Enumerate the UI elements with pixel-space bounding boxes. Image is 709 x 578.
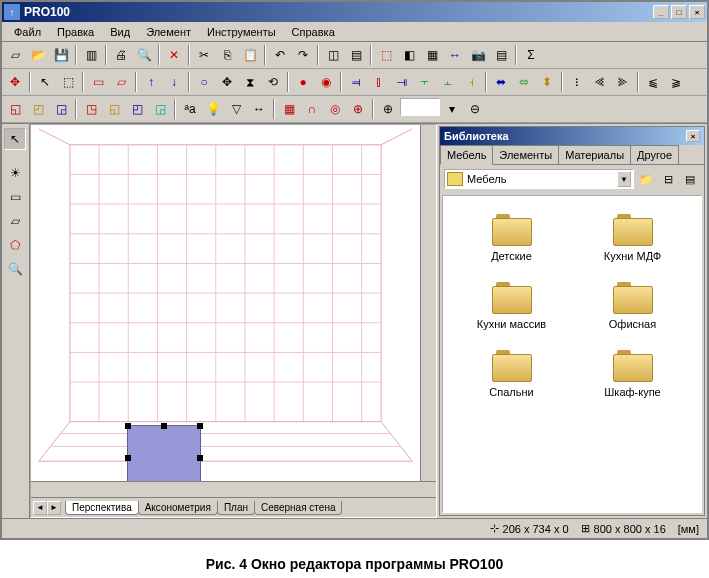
folder-item[interactable]: Офисная [572,282,693,330]
export-icon[interactable]: ▥ [80,44,102,66]
arrow-icon[interactable]: ↖ [34,71,56,93]
cube4-icon[interactable]: ◳ [80,98,102,120]
tab-axonometry[interactable]: Аксонометрия [138,501,218,515]
filter-icon[interactable]: ▽ [225,98,247,120]
library-close-icon[interactable]: × [686,130,700,142]
delete-icon[interactable]: ✕ [163,44,185,66]
rect-icon[interactable]: ▭ [87,71,109,93]
redo-icon[interactable]: ↷ [292,44,314,66]
view-details-icon[interactable]: ▤ [680,169,700,189]
target1-icon[interactable]: ◎ [324,98,346,120]
paste-icon[interactable]: 📋 [239,44,261,66]
sigma-icon[interactable]: Σ [520,44,542,66]
lib-tab-furniture[interactable]: Мебель [440,145,493,165]
lib-tab-materials[interactable]: Материалы [558,145,631,164]
new-icon[interactable]: ▱ [4,44,26,66]
layers-icon[interactable]: ▦ [421,44,443,66]
select-rect-icon[interactable]: ⬚ [57,71,79,93]
dist-center-icon[interactable]: ⬄ [513,71,535,93]
close-button[interactable]: × [689,5,705,19]
print-preview-icon[interactable]: 🔍 [133,44,155,66]
grid-icon[interactable]: ▦ [278,98,300,120]
menu-file[interactable]: Файл [6,24,49,40]
cube2-icon[interactable]: ◰ [27,98,49,120]
zoom-out-icon[interactable]: ⊖ [464,98,486,120]
folder-item[interactable]: Кухни массив [451,282,572,330]
mirror-icon[interactable]: ⧗ [239,71,261,93]
library-path-combo[interactable]: Мебель ▼ [444,169,634,189]
library-icon[interactable]: ◧ [398,44,420,66]
tab-plan[interactable]: План [217,501,255,515]
rect-tool-icon[interactable]: ▭ [4,186,26,208]
pointer-tool-icon[interactable]: ↖ [4,128,26,150]
circle-icon[interactable]: ○ [193,71,215,93]
3d-viewport[interactable] [31,125,420,481]
dist-v-icon[interactable]: ⬍ [536,71,558,93]
dist-h-icon[interactable]: ⬌ [490,71,512,93]
folder-item[interactable]: Шкаф-купе [572,350,693,398]
menu-help[interactable]: Справка [284,24,343,40]
group4-icon[interactable]: ⫹ [642,71,664,93]
move-icon[interactable]: ✥ [216,71,238,93]
folder-item[interactable]: Кухни МДФ [572,214,693,262]
save-icon[interactable]: 💾 [50,44,72,66]
align-bottom-icon[interactable]: ⫞ [460,71,482,93]
dim-icon[interactable]: ↔ [248,98,270,120]
rotate-icon[interactable]: ⟲ [262,71,284,93]
dimensions-icon[interactable]: ◫ [322,44,344,66]
poly-tool-icon[interactable]: ▱ [4,210,26,232]
open-icon[interactable]: 📂 [27,44,49,66]
group1-icon[interactable]: ⫶ [566,71,588,93]
undo-icon[interactable]: ↶ [269,44,291,66]
lib-tab-other[interactable]: Другое [630,145,679,164]
lib-tab-elements[interactable]: Элементы [492,145,559,164]
tab-north-wall[interactable]: Северная стена [254,501,343,515]
copy-icon[interactable]: ⎘ [216,44,238,66]
red-ring-icon[interactable]: ◉ [315,71,337,93]
report-icon[interactable]: ▤ [490,44,512,66]
zoom-tool-icon[interactable]: 🔍 [4,258,26,280]
cube7-icon[interactable]: ◲ [149,98,171,120]
target2-icon[interactable]: ⊕ [347,98,369,120]
light-icon[interactable]: 💡 [202,98,224,120]
cube6-icon[interactable]: ◰ [126,98,148,120]
camera-icon[interactable]: 📷 [467,44,489,66]
selected-element[interactable] [127,425,201,481]
align-left-icon[interactable]: ⫤ [345,71,367,93]
align-center-h-icon[interactable]: ⫿ [368,71,390,93]
up-icon[interactable]: ↑ [140,71,162,93]
group2-icon[interactable]: ⫷ [589,71,611,93]
horizontal-scrollbar[interactable] [31,481,436,497]
menu-view[interactable]: Вид [102,24,138,40]
menu-edit[interactable]: Правка [49,24,102,40]
menu-tools[interactable]: Инструменты [199,24,284,40]
tab-next-icon[interactable]: ► [47,501,61,515]
align-top-icon[interactable]: ⫟ [414,71,436,93]
zoom-input[interactable] [400,98,440,116]
magnet-icon[interactable]: ∩ [301,98,323,120]
text-icon[interactable]: ªa [179,98,201,120]
folder-item[interactable]: Детские [451,214,572,262]
print-icon[interactable]: 🖨 [110,44,132,66]
hdim-icon[interactable]: ↔ [444,44,466,66]
cube3-icon[interactable]: ◲ [50,98,72,120]
up-folder-icon[interactable]: 📁 [636,169,656,189]
vertical-scrollbar[interactable] [420,125,436,481]
align-center-v-icon[interactable]: ⫠ [437,71,459,93]
cube1-icon[interactable]: ◱ [4,98,26,120]
snap-icon[interactable]: ✥ [4,71,26,93]
shape-tool-icon[interactable]: ⬠ [4,234,26,256]
folder-item[interactable]: Спальни [451,350,572,398]
toggle-1-icon[interactable]: ⬚ [375,44,397,66]
minimize-button[interactable]: _ [653,5,669,19]
zoom-dd-icon[interactable]: ▾ [441,98,463,120]
red-circle-icon[interactable]: ● [292,71,314,93]
chevron-down-icon[interactable]: ▼ [617,171,631,187]
group5-icon[interactable]: ⫺ [665,71,687,93]
group3-icon[interactable]: ⫸ [612,71,634,93]
view-list-icon[interactable]: ⊟ [658,169,678,189]
cube5-icon[interactable]: ◱ [103,98,125,120]
list-icon[interactable]: ▤ [345,44,367,66]
zoom-in-icon[interactable]: ⊕ [377,98,399,120]
menu-element[interactable]: Элемент [138,24,199,40]
